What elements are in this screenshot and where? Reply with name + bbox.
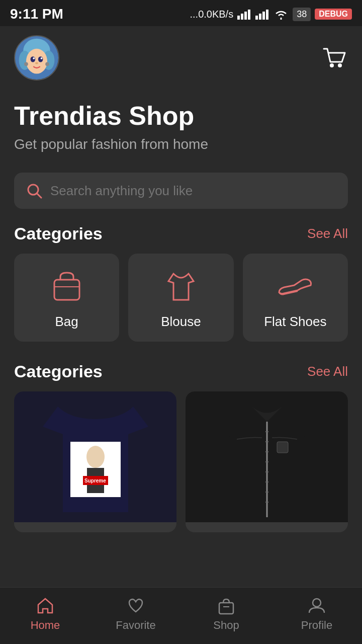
nav-shop[interactable]: Shop: [181, 596, 272, 632]
products-header: Categories See All: [0, 362, 362, 391]
svg-rect-2: [244, 12, 247, 20]
svg-rect-6: [262, 12, 265, 20]
shop-icon: [217, 596, 236, 615]
header: [0, 26, 362, 87]
svg-point-17: [35, 62, 38, 64]
debug-badge: DEBUG: [315, 9, 352, 20]
search-bar[interactable]: [14, 173, 348, 209]
svg-rect-24: [54, 280, 79, 300]
avatar-image: [15, 35, 58, 80]
nav-favorite[interactable]: Favorite: [90, 596, 181, 632]
nav-shop-label: Shop: [213, 619, 239, 632]
category-bag[interactable]: Bag: [14, 254, 119, 342]
status-bar: 9:11 PM ...0.0KB/s 38 DEBUG: [0, 0, 362, 26]
svg-rect-7: [266, 10, 268, 20]
product-jacket[interactable]: [186, 391, 348, 532]
category-blouse[interactable]: Blouse: [128, 254, 233, 342]
signal-icon1: [237, 9, 251, 20]
svg-point-12: [26, 49, 47, 74]
network-speed: ...0.0KB/s: [190, 9, 233, 20]
svg-rect-4: [255, 16, 258, 20]
bag-label: Bag: [55, 314, 78, 330]
svg-rect-32: [277, 442, 288, 453]
flat-shoes-icon: [275, 269, 315, 304]
svg-rect-41: [219, 603, 233, 614]
search-icon: [26, 183, 42, 199]
product-tshirt-image: Supreme: [14, 391, 176, 522]
product-tshirt[interactable]: Supreme: [14, 391, 176, 532]
status-icons: ...0.0KB/s 38 DEBUG: [190, 8, 352, 21]
category-flat-shoes[interactable]: Flat Shoes: [243, 254, 348, 342]
blouse-icon: [161, 269, 201, 304]
nav-home[interactable]: Home: [0, 596, 90, 632]
svg-rect-0: [237, 16, 240, 20]
svg-point-43: [313, 599, 321, 607]
svg-point-20: [330, 63, 334, 67]
signal-icon2: [255, 9, 269, 20]
avatar[interactable]: [14, 35, 59, 80]
blouse-label: Blouse: [161, 314, 201, 330]
svg-point-18: [24, 62, 28, 66]
products-title: Categories: [14, 362, 103, 381]
categories-see-all[interactable]: See All: [307, 226, 348, 242]
bag-icon: [47, 269, 87, 304]
profile-icon: [307, 596, 326, 615]
svg-rect-1: [241, 14, 243, 20]
heart-icon: [126, 596, 145, 615]
status-time: 9:11 PM: [10, 6, 63, 22]
products-grid: Supreme: [0, 391, 362, 593]
categories-grid: Bag Blouse Flat Shoes: [0, 254, 362, 362]
svg-point-16: [41, 57, 43, 59]
cart-button[interactable]: [320, 44, 348, 72]
cart-icon: [321, 45, 347, 71]
product-jacket-image: [186, 391, 348, 522]
svg-rect-5: [259, 14, 261, 20]
products-see-all[interactable]: See All: [307, 364, 348, 379]
svg-point-27: [86, 446, 105, 468]
search-container[interactable]: [14, 173, 348, 209]
svg-text:Supreme: Supreme: [84, 478, 106, 484]
svg-line-23: [37, 193, 41, 198]
nav-favorite-label: Favorite: [116, 619, 155, 632]
svg-point-19: [45, 62, 49, 66]
categories-header: Categories See All: [0, 224, 362, 254]
flat-shoes-label: Flat Shoes: [264, 314, 326, 330]
hero-title: Trendias Shop: [14, 102, 348, 130]
search-input[interactable]: [50, 183, 336, 199]
nav-profile-label: Profile: [301, 619, 332, 632]
svg-point-21: [338, 63, 342, 67]
svg-point-15: [33, 57, 35, 59]
svg-point-13: [31, 56, 36, 62]
hero-subtitle: Get popular fashion from home: [14, 136, 348, 152]
hero-section: Trendias Shop Get popular fashion from h…: [0, 87, 362, 163]
svg-point-14: [38, 56, 43, 62]
nav-profile[interactable]: Profile: [272, 596, 362, 632]
categories-title: Categories: [14, 224, 103, 244]
nav-home-label: Home: [31, 619, 60, 632]
bottom-nav: Home Favorite Shop Profile: [0, 587, 362, 644]
wifi-icon: [274, 9, 289, 20]
svg-rect-3: [248, 10, 250, 20]
home-icon: [36, 596, 55, 615]
battery-icon: 38: [293, 8, 311, 21]
